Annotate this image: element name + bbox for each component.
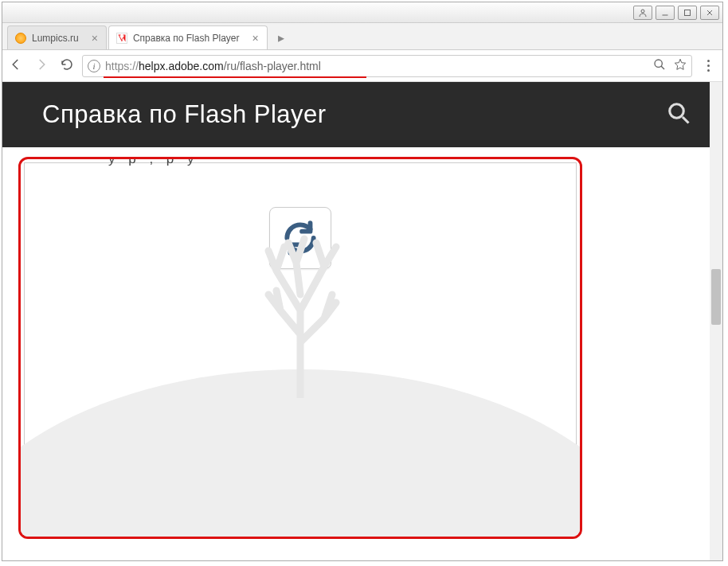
- flash-content-highlight: у р , р у: [18, 157, 582, 539]
- minimize-button[interactable]: [656, 6, 675, 20]
- scrollbar[interactable]: [710, 82, 722, 560]
- forward-button[interactable]: [34, 57, 49, 75]
- svg-point-5: [670, 104, 684, 119]
- truncated-text: у р , р у: [108, 157, 199, 167]
- svg-point-0: [641, 10, 644, 13]
- favicon-orange-icon: [14, 32, 27, 45]
- reload-button[interactable]: [60, 57, 74, 75]
- svg-line-4: [661, 66, 664, 69]
- maximize-button[interactable]: [678, 6, 697, 20]
- page-title: Справка по Flash Player: [42, 100, 327, 129]
- bookmark-star-icon[interactable]: [674, 58, 687, 73]
- site-info-icon[interactable]: i: [88, 60, 100, 72]
- close-window-button[interactable]: [700, 6, 719, 20]
- svg-rect-2: [685, 10, 691, 15]
- tree-graphic: [217, 215, 384, 401]
- tab-label: Справка по Flash Player: [133, 33, 240, 44]
- url-text: https://helpx.adobe.com/ru/flash-player.…: [105, 60, 648, 72]
- scrollbar-thumb[interactable]: [711, 269, 721, 325]
- url-input[interactable]: i https://helpx.adobe.com/ru/flash-playe…: [82, 55, 692, 77]
- zoom-icon[interactable]: [653, 58, 666, 73]
- address-bar: i https://helpx.adobe.com/ru/flash-playe…: [2, 50, 722, 82]
- new-tab-button[interactable]: ▸: [272, 29, 290, 46]
- tab-strip: Lumpics.ru × Справка по Flash Player × ▸: [2, 23, 722, 50]
- page-viewport: Справка по Flash Player у р , р у: [2, 82, 722, 560]
- close-tab-icon[interactable]: ×: [92, 32, 98, 45]
- svg-point-3: [655, 60, 662, 67]
- browser-menu-button[interactable]: [700, 60, 716, 72]
- tab-lumpics[interactable]: Lumpics.ru ×: [7, 25, 107, 49]
- back-button[interactable]: [9, 57, 23, 75]
- search-icon[interactable]: [667, 101, 691, 128]
- tab-flash-player[interactable]: Справка по Flash Player ×: [108, 25, 268, 49]
- tab-label: Lumpics.ru: [32, 33, 79, 44]
- window-titlebar: [2, 2, 722, 23]
- url-highlight: [104, 76, 366, 78]
- close-tab-icon[interactable]: ×: [252, 32, 258, 45]
- favicon-adobe-icon: [115, 32, 128, 45]
- page-header: Справка по Flash Player: [2, 82, 710, 147]
- user-button[interactable]: [633, 6, 652, 20]
- svg-line-6: [683, 117, 689, 123]
- browser-window: Lumpics.ru × Справка по Flash Player × ▸…: [2, 2, 723, 561]
